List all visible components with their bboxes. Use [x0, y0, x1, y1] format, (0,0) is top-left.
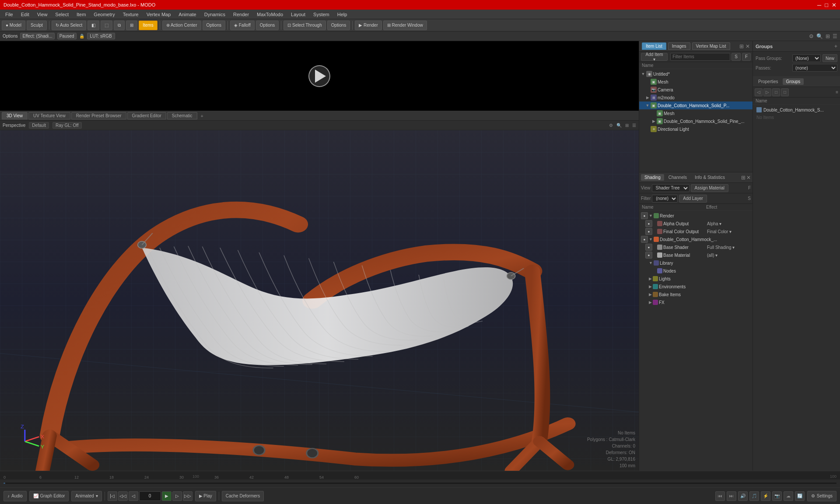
tab-render-preset[interactable]: Render Preset Browser [71, 112, 126, 119]
expand-icon[interactable]: ▶ [649, 292, 652, 297]
menu-render[interactable]: Render [230, 11, 252, 18]
sh-alpha-output[interactable]: ● ▶ Alpha Output Alpha ▾ [639, 220, 752, 228]
tab-item-list[interactable]: Item List [642, 42, 666, 50]
expand-icon[interactable]: ▶ [649, 300, 652, 304]
status-icon6[interactable]: 📷 [772, 491, 782, 501]
toolbar-icon2[interactable]: ⬚ [101, 21, 112, 30]
vis-icon[interactable]: ● [641, 212, 648, 219]
close-panel-icon[interactable]: ✕ [746, 43, 750, 49]
tab-uv-texture[interactable]: UV Texture View [28, 112, 70, 119]
vp-settings-icon[interactable]: ☰ [632, 123, 636, 128]
status-icon7[interactable]: ☁ [784, 491, 793, 501]
options-btn1[interactable]: Options [203, 21, 225, 30]
toolbar-icon3[interactable]: ⧉ [114, 21, 125, 30]
expand-shading-icon[interactable]: ⊞ [741, 175, 746, 181]
sh-nodes[interactable]: ● ▶ Nodes [639, 267, 752, 275]
expand-arrow[interactable]: ▶ [645, 95, 650, 100]
graph-editor-btn[interactable]: 📈 Graph Editor [29, 491, 69, 501]
search-icon[interactable]: 🔍 [816, 33, 823, 39]
sh-bake-items[interactable]: ● ▶ Bake Items [639, 290, 752, 298]
settings-btn[interactable]: ⚙ Settings [807, 491, 836, 501]
action-center-btn[interactable]: ⊕ Action Center [162, 21, 201, 30]
groups-toolbar-settings[interactable]: ≡ [836, 90, 838, 94]
expand-groups-icon[interactable]: + [834, 43, 837, 49]
expand-arrow[interactable]: ▼ [641, 72, 645, 76]
transport-next-btn[interactable]: ▷▷ [183, 491, 192, 501]
preview-play-button[interactable] [308, 65, 330, 87]
tab-vertex-map-list[interactable]: Vertex Map List [692, 42, 730, 50]
menu-dynamics[interactable]: Dynamics [201, 11, 229, 18]
status-icon8[interactable]: 🔄 [795, 491, 805, 501]
scene-canvas[interactable]: X Y Z No Items Polygons : Catmull-Clark … [0, 130, 639, 471]
status-icon4[interactable]: 🎵 [749, 491, 759, 501]
vp-expand-icon[interactable]: ⊞ [625, 123, 629, 128]
f-col-btn[interactable]: F [742, 53, 751, 61]
expand-arrow[interactable]: ▶ [651, 119, 656, 123]
tab-3d-view[interactable]: 3D View [2, 112, 28, 119]
sculpt-mode-btn[interactable]: Sculpt [27, 21, 47, 30]
expand-icon[interactable]: ▶ [649, 284, 652, 289]
expand-arrow[interactable]: ▼ [645, 103, 650, 108]
menu-file[interactable]: File [2, 11, 17, 18]
menu-texture[interactable]: Texture [119, 11, 142, 18]
groups-icon-btn4[interactable]: □ [781, 88, 789, 96]
menu-help[interactable]: Help [334, 11, 351, 18]
transport-prev-btn[interactable]: ◁◁ [118, 491, 128, 501]
filter-items-input[interactable] [670, 53, 730, 61]
frame-number-input[interactable] [139, 491, 161, 501]
status-icon1[interactable]: ⏮ [715, 491, 725, 501]
vp-search-icon[interactable]: 🔍 [616, 123, 622, 128]
menu-item[interactable]: Item [73, 11, 89, 18]
tree-item-mesh2[interactable]: ▶ ▣ Mesh [639, 109, 752, 117]
tree-item-m2modo[interactable]: ▶ ⊞ m2modo [639, 94, 752, 102]
transport-next-frame-btn[interactable]: ▷ [172, 491, 182, 501]
minimize-btn[interactable]: ─ [817, 2, 821, 8]
status-icon5[interactable]: ⚡ [761, 491, 770, 501]
expand-icon[interactable]: ▼ [649, 237, 653, 242]
tab-channels[interactable]: Channels [665, 174, 690, 181]
model-mode-btn[interactable]: ● Model [2, 21, 25, 30]
menu-edit[interactable]: Edit [18, 11, 33, 18]
menu-maxtomodo[interactable]: MaxToModo [253, 11, 287, 18]
menu-layout[interactable]: Layout [287, 11, 309, 18]
add-layer-btn[interactable]: Add Layer [679, 195, 707, 203]
tab-images[interactable]: Images [668, 42, 690, 50]
groups-icon-btn1[interactable]: ◁ [755, 88, 763, 96]
select-through-btn[interactable]: ⊡ Select Through [284, 21, 326, 30]
items-btn[interactable]: Items [139, 21, 157, 30]
sh-render[interactable]: ● ▼ Render [639, 212, 752, 220]
render-btn[interactable]: ▶ Render [355, 21, 382, 30]
expand-panel-icon[interactable]: ⊞ [739, 43, 744, 49]
falloff-btn[interactable]: ◈ Falloff [230, 21, 255, 30]
tab-schematic[interactable]: Schematic [167, 112, 197, 119]
expand-icon[interactable]: ▼ [649, 261, 653, 265]
groups-icon-btn2[interactable]: ▷ [763, 88, 771, 96]
vis-icon[interactable]: ● [645, 244, 652, 251]
sh-base-shader[interactable]: ● ▶ Base Shader Full Shading ▾ [639, 243, 752, 251]
expand-icon[interactable]: ▼ [649, 214, 653, 218]
tab-groups[interactable]: Groups [783, 78, 804, 85]
vis-icon[interactable]: ● [645, 220, 652, 227]
vis-icon[interactable]: ● [645, 228, 652, 235]
status-icon3[interactable]: 🔊 [738, 491, 748, 501]
expand-icon[interactable]: ⊞ [826, 33, 830, 39]
render-window-btn[interactable]: ⊞ Render Window [383, 21, 427, 30]
tree-item-mesh1[interactable]: ▶ ▣ Mesh [639, 78, 752, 86]
tree-item-untitled[interactable]: ▼ ◉ Untitled* [639, 70, 752, 78]
vis-icon[interactable]: ● [641, 236, 648, 243]
menu-select[interactable]: Select [52, 11, 72, 18]
toolbar-icon1[interactable]: ◧ [88, 21, 99, 30]
sh-fx[interactable]: ● ▶ FX [639, 298, 752, 306]
add-item-btn[interactable]: Add Item ▾ [641, 53, 668, 61]
sh-library[interactable]: ● ▼ Library [639, 259, 752, 267]
tree-item-hammock-sub[interactable]: ▶ ▣ Double_Cotton_Hammock_Solid_Pine_... [639, 117, 752, 125]
transport-prev-prev-btn[interactable]: |◁ [108, 491, 117, 501]
s-col-btn[interactable]: S [732, 53, 741, 61]
settings-icon[interactable]: ☰ [833, 33, 837, 39]
default-btn[interactable]: Default [29, 122, 49, 129]
tab-info-stats[interactable]: Info & Statistics [691, 174, 728, 181]
pass-groups-select[interactable]: (None) [792, 54, 821, 62]
menu-geometry[interactable]: Geometry [90, 11, 118, 18]
toolbar-icon4[interactable]: ⊞ [126, 21, 137, 30]
groups-icon-btn3[interactable]: □ [772, 88, 780, 96]
